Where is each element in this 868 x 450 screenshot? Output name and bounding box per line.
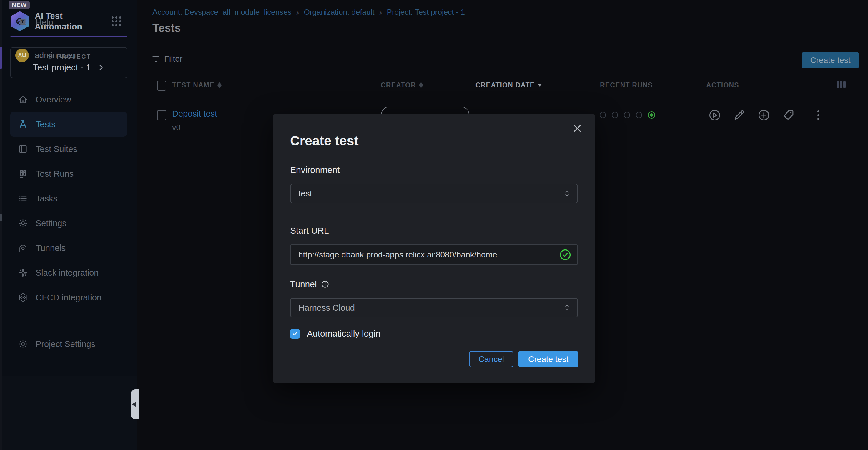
column-label: CREATION DATE — [475, 81, 535, 89]
collapse-left-icon — [132, 402, 136, 407]
close-icon[interactable] — [571, 122, 583, 134]
sort-desc-icon — [537, 84, 542, 87]
creation-date-clipped: ​ — [478, 108, 538, 112]
sidebar-item-cicd-integration[interactable]: CI-CD integration — [10, 285, 127, 310]
auto-login-checkbox[interactable] — [290, 329, 300, 339]
select-chevrons-icon — [564, 189, 570, 198]
modal-buttons: Cancel Create test — [469, 351, 579, 367]
svg-text:?: ? — [21, 19, 24, 24]
sidebar-item-test-suites[interactable]: Test Suites — [10, 137, 127, 161]
new-badge: NEW — [9, 1, 30, 9]
slack-icon — [18, 268, 28, 278]
edit-pencil-icon[interactable] — [733, 109, 746, 122]
tag-icon[interactable] — [782, 109, 795, 122]
select-all-checkbox[interactable] — [157, 81, 166, 91]
gear-icon — [18, 339, 28, 349]
start-url-label: Start URL — [290, 226, 329, 235]
column-label: TEST NAME — [172, 81, 215, 89]
recent-runs — [600, 111, 655, 119]
flask-icon — [18, 119, 28, 129]
sidebar-item-tasks[interactable]: Tasks — [10, 186, 127, 211]
gear-icon — [18, 218, 28, 228]
select-chevrons-icon — [564, 304, 570, 312]
column-settings-icon[interactable] — [837, 81, 846, 88]
columns-icon — [18, 169, 28, 179]
test-version: v0 — [172, 123, 181, 132]
page-title: Tests — [152, 22, 181, 34]
sidebar-item-label: Project Settings — [36, 339, 95, 349]
sidebar-item-settings[interactable]: Settings — [10, 211, 127, 235]
start-url-input[interactable]: http://stage.dbank.prod-apps.relicx.ai:8… — [290, 245, 578, 265]
column-header-creator[interactable]: CREATOR — [381, 77, 423, 93]
sidebar-item-tunnels[interactable]: Tunnels — [10, 235, 127, 260]
column-header-creation-date[interactable]: CREATION DATE — [475, 77, 542, 93]
sidebar-item-test-runs[interactable]: Test Runs — [10, 161, 127, 186]
column-header-test-name[interactable]: TEST NAME — [172, 77, 222, 93]
help-bubble-icon: ? — [18, 18, 28, 27]
filter-icon — [152, 56, 159, 62]
tunnel-label-row: Tunnel — [290, 279, 329, 289]
sidebar-item-help[interactable]: ? Help — [10, 10, 127, 35]
list-icon — [18, 194, 28, 203]
info-icon[interactable] — [321, 280, 329, 288]
run-status-pass — [648, 111, 655, 119]
sidebar-item-tests[interactable]: Tests — [10, 112, 127, 137]
rail-scroll-thumb[interactable] — [0, 47, 2, 69]
sort-icon — [419, 82, 423, 88]
breadcrumb-account-link[interactable]: Account: Devspace_all_module_licenses — [152, 8, 291, 17]
breadcrumb: Account: Devspace_all_module_licenses › … — [152, 8, 465, 17]
more-actions-kebab-icon[interactable] — [813, 110, 824, 120]
filter-button[interactable]: Filter — [152, 54, 182, 64]
breadcrumb-org-link[interactable]: Organization: default — [304, 8, 375, 17]
column-label: CREATOR — [381, 81, 416, 89]
auto-login-label: Automatically login — [307, 329, 380, 339]
chevron-separator-icon: › — [379, 8, 382, 16]
tunnel-select[interactable]: Harness Cloud — [290, 298, 578, 317]
sidebar-item-label: Test Runs — [36, 169, 73, 179]
create-test-submit-button[interactable]: Create test — [518, 351, 579, 367]
sidebar-item-slack-integration[interactable]: Slack integration — [10, 260, 127, 285]
help-item-wrap: ? Help — [10, 10, 127, 35]
sidebar-item-label: Tests — [36, 119, 56, 129]
home-icon — [18, 94, 28, 105]
sidebar-item-label: CI-CD integration — [36, 293, 101, 303]
cancel-button[interactable]: Cancel — [469, 351, 514, 367]
run-status-empty — [600, 112, 606, 118]
tunnel-value: Harness Cloud — [298, 303, 355, 313]
user-menu[interactable]: AU admin user — [10, 43, 127, 68]
cicd-link-icon — [18, 292, 28, 303]
run-test-icon[interactable] — [708, 109, 721, 122]
row-checkbox[interactable] — [157, 110, 166, 120]
sidebar-item-label: Settings — [36, 219, 66, 228]
breadcrumb-project-link[interactable]: Project: Test project - 1 — [387, 8, 465, 17]
run-status-empty — [624, 112, 630, 118]
start-url-value: http://stage.dbank.prod-apps.relicx.ai:8… — [298, 250, 497, 259]
left-rail — [0, 0, 2, 450]
sidebar: NEW AI Test Automation PROJECT — [0, 0, 137, 450]
user-name: admin user — [35, 51, 75, 60]
sort-icon — [217, 82, 222, 88]
app-window: NEW AI Test Automation PROJECT — [0, 0, 868, 450]
column-label: ACTIONS — [706, 81, 739, 89]
environment-value: test — [298, 189, 312, 198]
auto-login-row: Automatically login — [290, 329, 380, 339]
filter-label: Filter — [164, 54, 182, 64]
sidebar-item-label: Overview — [36, 95, 71, 105]
sidebar-item-overview[interactable]: Overview — [10, 87, 127, 112]
create-test-toolbar-button[interactable]: Create test — [802, 52, 859, 68]
sidebar-item-label: Tasks — [36, 194, 57, 203]
header-divider — [137, 39, 868, 39]
grid-icon — [18, 144, 28, 154]
brand-underline — [10, 36, 127, 37]
environment-select[interactable]: test — [290, 184, 578, 203]
column-header-actions: ACTIONS — [706, 77, 739, 93]
column-label: RECENT RUNS — [600, 81, 653, 89]
sidebar-item-label: Tunnels — [36, 243, 66, 253]
sidebar-divider — [10, 321, 127, 322]
sidebar-collapse-handle[interactable] — [131, 389, 140, 419]
rail-scroll-thumb-2[interactable] — [0, 214, 2, 222]
add-plus-icon[interactable] — [757, 109, 770, 122]
sidebar-item-project-settings[interactable]: Project Settings — [10, 332, 127, 356]
run-status-empty — [636, 112, 642, 118]
test-name-link[interactable]: Deposit test — [172, 109, 217, 119]
